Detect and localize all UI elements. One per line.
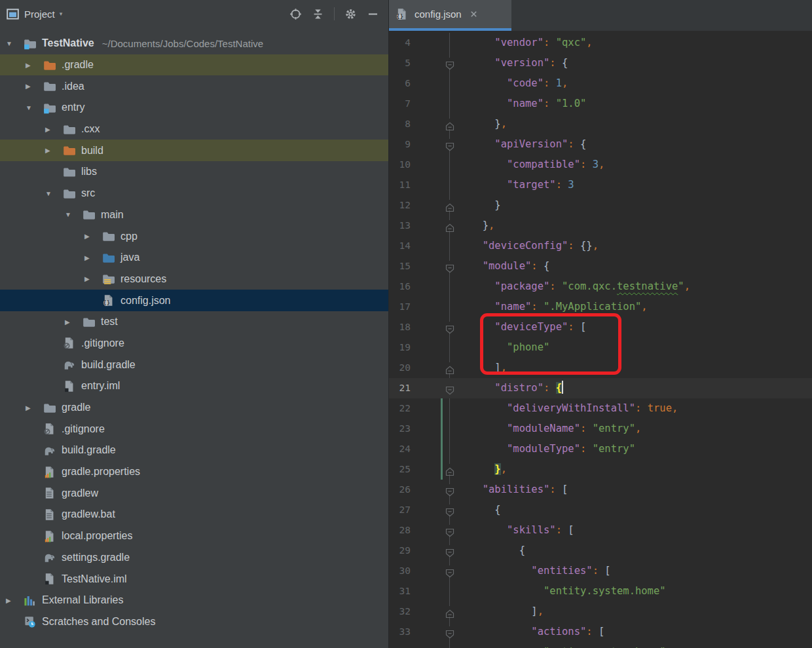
tree-row-gradle.properties[interactable]: gradle.properties <box>0 461 388 483</box>
code-line-29[interactable]: 29 { <box>389 541 812 561</box>
fold-region-start-icon[interactable] <box>445 58 455 68</box>
tree-row-gradlew.bat[interactable]: gradlew.bat <box>0 504 388 525</box>
tree-row-testnative[interactable]: ▼TestNative~/Documents/Jobs/Codes/TestNa… <box>0 33 388 54</box>
tree-row-scratches-and-consoles[interactable]: Scratches and Consoles <box>0 611 388 633</box>
code-line-26[interactable]: 26 "abilities": [ <box>389 480 812 500</box>
code-line-24[interactable]: 24 "moduleType": "entry" <box>389 439 812 459</box>
code-line-22[interactable]: 22 "deliveryWithInstall": true, <box>389 398 812 419</box>
settings-gear-icon[interactable] <box>344 8 357 20</box>
chevron-collapsed-icon[interactable]: ▶ <box>24 83 43 90</box>
code-line-12[interactable]: 12 } <box>389 195 812 216</box>
code-line-8[interactable]: 8 }, <box>389 114 812 134</box>
tree-row-entry.iml[interactable]: entry.iml <box>0 375 388 397</box>
chevron-collapsed-icon[interactable]: ▶ <box>24 404 43 411</box>
fold-region-start-icon[interactable] <box>445 322 455 332</box>
code-line-23[interactable]: 23 "moduleName": "entry", <box>389 419 812 439</box>
close-tab-icon[interactable] <box>470 10 478 18</box>
code-line-6[interactable]: 6 "code": 1, <box>389 73 812 94</box>
tree-row-build.gradle[interactable]: build.gradle <box>0 440 388 461</box>
chevron-expanded-icon[interactable]: ▼ <box>43 190 63 197</box>
tree-row-settings.gradle[interactable]: settings.gradle <box>0 547 388 569</box>
chevron-collapsed-icon[interactable]: ▶ <box>83 233 102 240</box>
tree-row-main[interactable]: ▼main <box>0 204 388 226</box>
code-line-27[interactable]: 27 { <box>389 500 812 520</box>
fold-region-end-icon[interactable] <box>445 119 455 129</box>
tree-row-.gitignore[interactable]: .gitignore <box>0 418 388 440</box>
chevron-collapsed-icon[interactable]: ▶ <box>63 318 83 326</box>
tree-row-.gradle[interactable]: ▶.gradle <box>0 54 388 76</box>
tree-row-config.json[interactable]: {}config.json <box>0 290 388 311</box>
collapse-all-icon[interactable] <box>312 8 324 20</box>
tree-row-gradlew[interactable]: gradlew <box>0 482 388 504</box>
tree-row-cpp[interactable]: ▶cpp <box>0 225 388 247</box>
tree-row-entry[interactable]: ▼entry <box>0 97 388 119</box>
code-line-16[interactable]: 16 "package": "com.qxc.testnative", <box>389 276 812 297</box>
code-line-5[interactable]: 5 "version": { <box>389 53 812 73</box>
chevron-collapsed-icon[interactable]: ▶ <box>24 62 43 69</box>
fold-region-end-icon[interactable] <box>445 606 455 617</box>
fold-region-end-icon[interactable] <box>445 362 455 373</box>
tree-row-.idea[interactable]: ▶.idea <box>0 75 388 97</box>
fold-region-start-icon[interactable] <box>445 626 455 637</box>
token-ws <box>470 443 507 455</box>
fold-region-start-icon[interactable] <box>445 139 455 149</box>
tree-row-local.properties[interactable]: local.properties <box>0 525 388 547</box>
chevron-collapsed-icon[interactable]: ▶ <box>43 126 63 133</box>
fold-region-start-icon[interactable] <box>445 545 455 556</box>
code-line-14[interactable]: 14 "deviceConfig": {}, <box>389 236 812 256</box>
code-line-32[interactable]: 32 ], <box>389 601 812 622</box>
tree-row-gradle[interactable]: ▶gradle <box>0 397 388 419</box>
code-line-33[interactable]: 33 "actions": [ <box>389 622 812 642</box>
chevron-expanded-icon[interactable]: ▼ <box>24 104 43 111</box>
tree-row-build[interactable]: ▶build <box>0 140 388 161</box>
tree-row-resources[interactable]: ▶resources <box>0 269 388 290</box>
chevron-expanded-icon[interactable]: ▼ <box>63 211 83 218</box>
code-line-25[interactable]: 25 }, <box>389 459 812 480</box>
fold-region-start-icon[interactable] <box>445 484 455 495</box>
tree-row-src[interactable]: ▼src <box>0 183 388 204</box>
chevron-collapsed-icon[interactable]: ▶ <box>83 275 102 282</box>
chevron-collapsed-icon[interactable]: ▶ <box>83 254 102 261</box>
tree-row-testnative.iml[interactable]: TestNative.iml <box>0 568 388 590</box>
project-view-selector[interactable]: Project <box>24 9 55 20</box>
code-text: "abilities": [ <box>470 480 568 500</box>
chevron-collapsed-icon[interactable]: ▶ <box>4 597 24 604</box>
code-line-11[interactable]: 11 "target": 3 <box>389 175 812 195</box>
fold-region-start-icon[interactable] <box>445 383 455 393</box>
chevron-down-icon[interactable]: ▾ <box>60 10 63 17</box>
code-line-30[interactable]: 30 "entities": [ <box>389 561 812 581</box>
tree-row-test[interactable]: ▶test <box>0 311 388 333</box>
code-line-15[interactable]: 15 "module": { <box>389 256 812 276</box>
code-line-21[interactable]: 21 "distro": { <box>389 378 812 398</box>
fold-region-start-icon[interactable] <box>445 525 455 535</box>
locate-icon[interactable] <box>289 8 302 20</box>
tree-row-java[interactable]: ▶java <box>0 247 388 269</box>
code-line-10[interactable]: 10 "compatible": 3, <box>389 155 812 175</box>
fold-region-start-icon[interactable] <box>445 565 455 576</box>
fold-region-start-icon[interactable] <box>445 261 455 271</box>
code-line-31[interactable]: 31 "entity.system.home" <box>389 581 812 601</box>
code-line-34[interactable]: 34 "action.system.home" <box>389 642 812 648</box>
code-line-13[interactable]: 13 }, <box>389 216 812 236</box>
code-line-7[interactable]: 7 "name": "1.0" <box>389 94 812 114</box>
tree-row-.gitignore[interactable]: .gitignore <box>0 333 388 354</box>
chevron-collapsed-icon[interactable]: ▶ <box>43 147 63 154</box>
fold-region-end-icon[interactable] <box>445 200 455 210</box>
hide-panel-icon[interactable] <box>367 8 379 20</box>
tree-row-.cxx[interactable]: ▶.cxx <box>0 119 388 140</box>
code-text: "skills": [ <box>470 520 574 541</box>
project-tree[interactable]: ▼TestNative~/Documents/Jobs/Codes/TestNa… <box>0 28 388 632</box>
tree-row-external-libraries[interactable]: ▶External Libraries <box>0 590 388 611</box>
tab-config-json[interactable]: {} config.json <box>389 0 511 28</box>
code-line-4[interactable]: 4 "vendor": "qxc", <box>389 33 812 53</box>
tree-row-libs[interactable]: libs <box>0 161 388 183</box>
code-line-9[interactable]: 9 "apiVersion": { <box>389 134 812 155</box>
token-key: "distro" <box>494 382 544 394</box>
code-line-28[interactable]: 28 "skills": [ <box>389 520 812 541</box>
chevron-expanded-icon[interactable]: ▼ <box>4 40 24 47</box>
code-editor[interactable]: 4 "vendor": "qxc",5 "version": {6 "code"… <box>389 31 812 648</box>
tree-row-build.gradle[interactable]: build.gradle <box>0 354 388 375</box>
fold-region-start-icon[interactable] <box>445 505 455 515</box>
fold-region-end-icon[interactable] <box>445 464 455 474</box>
fold-region-end-icon[interactable] <box>445 220 455 231</box>
